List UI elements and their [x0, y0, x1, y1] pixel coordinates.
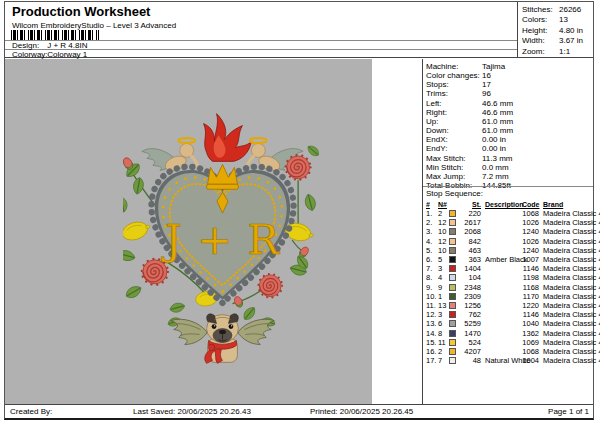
machine-label: Max Jump:: [426, 172, 482, 181]
thread-brand: Madeira Classic 40: [539, 356, 600, 365]
needle-number: 6: [438, 319, 449, 328]
thread-code: 1146: [522, 310, 539, 319]
summary-label: Height:: [522, 26, 559, 36]
design-canvas: J + R: [5, 59, 372, 406]
row-index: 1.: [426, 209, 438, 218]
thread-color-swatch: [449, 238, 456, 245]
thread-color-swatch: [449, 274, 456, 281]
thread-color-swatch: [449, 210, 456, 217]
thread-brand: Madeira Classic 40: [539, 227, 600, 236]
col-brand: Brand: [539, 200, 593, 209]
summary-value: 13: [559, 15, 593, 25]
stitch-count: 104: [461, 273, 482, 282]
summary-label: Zoom:: [522, 47, 559, 57]
thread-brand: Madeira Classic 40: [539, 292, 600, 301]
stop-sequence-rows: 1. 2 220 1068 Madeira Classic 40 2. 12 2…: [426, 209, 593, 365]
needle-number: 10: [438, 227, 449, 236]
thread-description: Natural White: [482, 356, 522, 365]
thread-brand: Madeira Classic 40: [539, 218, 600, 227]
row-index: 9.: [426, 283, 438, 292]
thread-color-swatch: [449, 293, 456, 300]
thread-brand: Madeira Classic 40: [539, 283, 600, 292]
thread-color-swatch: [449, 311, 456, 318]
machine-label: Max Stitch:: [426, 154, 482, 163]
app-subtitle: Wilcom EmbroideryStudio – Level 3 Advanc…: [12, 21, 176, 30]
row-index: 17.: [426, 356, 438, 365]
header: Production Worksheet Wilcom EmbroiderySt…: [5, 2, 593, 58]
row-index: 12.: [426, 310, 438, 319]
thread-code: 1004: [522, 356, 539, 365]
stitch-count: 2348: [461, 283, 482, 292]
machine-row: Max Jump: 7.2 mm: [426, 172, 591, 181]
machine-label: Up:: [426, 117, 482, 126]
machine-label: Stops:: [426, 80, 482, 89]
needle-number: 8: [438, 329, 449, 338]
stitch-count: 1256: [461, 301, 482, 310]
machine-label: Machine:: [426, 62, 482, 71]
col-description: Description: [482, 200, 522, 209]
summary-row: Zoom: 1:1: [522, 47, 593, 57]
stitch-count: 2068: [461, 227, 482, 236]
summary-value: 1:1: [559, 47, 593, 57]
row-index: 10.: [426, 292, 438, 301]
needle-number: 1: [438, 292, 449, 301]
machine-row: EndX: 0.00 in: [426, 135, 591, 144]
monogram-text: J + R: [161, 215, 280, 264]
stitch-count: 1470: [461, 329, 482, 338]
col-needle: N#: [438, 200, 449, 209]
machine-row: Right: 46.6 mm: [426, 108, 591, 117]
barcode: [11, 30, 99, 40]
summary-value: 3.67 in: [559, 36, 593, 46]
page-number: Page 1 of 1: [548, 407, 589, 416]
thread-code: 1168: [522, 283, 539, 292]
created-by: Created By:: [10, 407, 52, 416]
table-row: 14. 8 1470 1362 Madeira Classic 40: [426, 329, 593, 338]
summary-label: Stitches:: [522, 5, 559, 15]
colorway-row: Colorway: Colorway 1: [12, 50, 87, 59]
machine-row: Machine: Tajima: [426, 62, 591, 71]
machine-value: 0.00 in: [482, 144, 591, 153]
col-index: #: [426, 200, 438, 209]
summary-label: Colors:: [522, 15, 559, 25]
thread-code: 1068: [522, 347, 539, 356]
thread-code: 1007: [522, 255, 539, 264]
thread-color-swatch: [449, 228, 456, 235]
info-panel: Machine: Tajima Color changes: 16 Stops:…: [423, 59, 593, 404]
colorway-value: Colorway 1: [47, 50, 87, 59]
thread-code: 1068: [522, 209, 539, 218]
stitch-count: 5259: [461, 319, 482, 328]
machine-row: Trims: 96: [426, 89, 591, 98]
thread-brand: Madeira Classic 40: [539, 237, 600, 246]
row-index: 15.: [426, 338, 438, 347]
thread-brand: Madeira Classic 40: [539, 246, 600, 255]
table-row: 12. 3 762 1146 Madeira Classic 40: [426, 310, 593, 319]
needle-number: 3: [438, 264, 449, 273]
machine-value: 46.6 mm: [482, 108, 591, 117]
needle-number: 11: [438, 338, 449, 347]
summary-box: Stitches: 26266 Colors: 13 Height: 4.80 …: [517, 2, 593, 58]
stitch-count: 4207: [461, 347, 482, 356]
table-row: 9. 9 2348 1168 Madeira Classic 40: [426, 283, 593, 292]
design-label: Design:: [12, 41, 45, 50]
thread-brand: Madeira Classic 40: [539, 255, 600, 264]
machine-label: EndX:: [426, 135, 482, 144]
needle-number: 5: [438, 255, 449, 264]
thread-color-swatch: [449, 339, 456, 346]
machine-label: Min Stitch:: [426, 163, 482, 172]
thread-color-swatch: [449, 256, 456, 263]
table-row: 16. 2 4207 1068 Madeira Classic 40: [426, 347, 593, 356]
thread-code: 1198: [522, 273, 539, 282]
thread-color-swatch: [449, 284, 456, 291]
needle-number: 2: [438, 347, 449, 356]
machine-value: Tajima: [482, 62, 591, 71]
colorway-label: Colorway:: [12, 50, 45, 59]
row-index: 4.: [426, 237, 438, 246]
thread-code: 1220: [522, 301, 539, 310]
thread-color-swatch: [449, 357, 456, 364]
printed: Printed: 20/06/2025 20.26.45: [310, 407, 413, 416]
stitch-count: 48: [461, 356, 482, 365]
machine-label: EndY:: [426, 144, 482, 153]
machine-value: 7.2 mm: [482, 172, 591, 181]
thread-color-swatch: [449, 348, 456, 355]
table-row: 3. 10 2068 1240 Madeira Classic 40: [426, 227, 593, 236]
